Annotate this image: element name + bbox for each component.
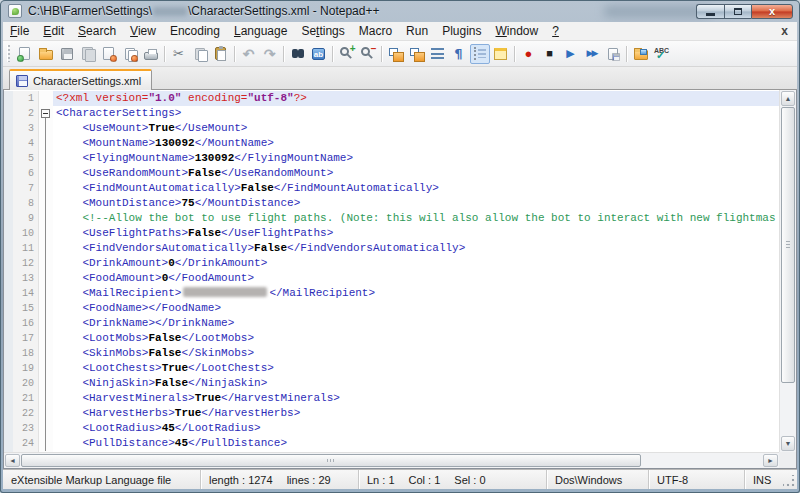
fold-margin-cell: [39, 346, 53, 361]
code-line[interactable]: <FindMountAutomatically>False</FindMount…: [53, 181, 779, 196]
menu-window-item[interactable]: Window: [488, 22, 545, 41]
code-line[interactable]: <HarvestMinerals>True</HarvestMinerals>: [53, 391, 779, 406]
code-line[interactable]: <?xml version="1.0" encoding="utf-8"?>: [53, 91, 779, 106]
saved-file-icon: [16, 75, 28, 87]
window-controls: x: [696, 4, 793, 19]
menu-search-item[interactable]: Search: [71, 22, 123, 41]
user-defined-dialog-icon[interactable]: [491, 44, 511, 64]
code-line[interactable]: <FlyingMountName>130092</FlyingMountName…: [53, 151, 779, 166]
stop-macro-icon[interactable]: ■: [540, 44, 560, 64]
toolbar-separator: [234, 46, 235, 62]
line-number: 20: [13, 376, 38, 391]
code-line[interactable]: <MountName>130092</MountName>: [53, 136, 779, 151]
app-icon[interactable]: [8, 4, 22, 18]
menu-encoding-item[interactable]: Encoding: [163, 22, 227, 41]
code-line[interactable]: <PullDistance>45</PullDistance>: [53, 436, 779, 451]
show-all-characters-icon[interactable]: ¶: [449, 44, 469, 64]
code-line[interactable]: <MailRecipient></MailRecipient>: [53, 286, 779, 301]
code-line[interactable]: <MountDistance>75</MountDistance>: [53, 196, 779, 211]
line-number: 19: [13, 361, 38, 376]
close-all-icon[interactable]: [120, 44, 140, 64]
vertical-scrollbar-thumb[interactable]: [781, 107, 795, 383]
client-area: FileEditSearchViewEncodingLanguageSettin…: [3, 22, 797, 489]
replace-icon[interactable]: ab: [309, 44, 329, 64]
playback-macro-icon[interactable]: ▶: [561, 44, 581, 64]
menu-macro-item[interactable]: Macro: [352, 22, 399, 41]
maximize-button[interactable]: [724, 4, 751, 19]
status-lines: lines : 29: [287, 474, 331, 486]
sync-horizontal-scrolling-icon[interactable]: [407, 44, 427, 64]
code-line[interactable]: <FindVendorsAutomatically>False</FindVen…: [53, 241, 779, 256]
scroll-down-arrow-icon[interactable]: ▼: [781, 436, 795, 451]
code-line[interactable]: <UseFlightPaths>False</UseFlightPaths>: [53, 226, 779, 241]
code-line[interactable]: <DrinkAmount>0</DrinkAmount>: [53, 256, 779, 271]
word-wrap-icon[interactable]: [428, 44, 448, 64]
copy-icon[interactable]: [190, 44, 210, 64]
paste-icon[interactable]: [211, 44, 231, 64]
code-line[interactable]: <LootRadius>45</LootRadius>: [53, 421, 779, 436]
line-number: 15: [13, 301, 38, 316]
mdi-close-document-button[interactable]: x: [781, 25, 788, 37]
code-line[interactable]: <HarvestHerbs>True</HarvestHerbs>: [53, 406, 779, 421]
code-line[interactable]: <SkinMobs>False</SkinMobs>: [53, 346, 779, 361]
code-line[interactable]: <UseMount>True</UseMount>: [53, 121, 779, 136]
open-file-icon[interactable]: [36, 44, 56, 64]
zoom-in-icon[interactable]: +: [337, 44, 357, 64]
find-icon[interactable]: [288, 44, 308, 64]
vertical-scrollbar[interactable]: ▲ ▼: [779, 90, 796, 452]
code-line[interactable]: <LootMobs>False</LootMobs>: [53, 331, 779, 346]
menu-edit-item[interactable]: Edit: [36, 22, 71, 41]
code-text-area[interactable]: <?xml version="1.0" encoding="utf-8"?><C…: [53, 91, 779, 452]
code-line[interactable]: <CharacterSettings>: [53, 106, 779, 121]
fold-margin[interactable]: [39, 91, 53, 452]
close-button[interactable]: x: [751, 4, 793, 19]
bookmark-margin[interactable]: [4, 91, 13, 452]
resize-grip[interactable]: [783, 475, 795, 487]
menu-settings-item[interactable]: Settings: [294, 22, 351, 41]
code-line[interactable]: <DrinkName></DrinkName>: [53, 316, 779, 331]
undo-icon[interactable]: ↶: [239, 44, 259, 64]
fold-collapse-box[interactable]: [39, 106, 53, 121]
fold-margin-cell: [39, 406, 53, 421]
minimize-button[interactable]: [696, 4, 724, 19]
save-icon[interactable]: [57, 44, 77, 64]
code-line[interactable]: <FoodName></FoodName>: [53, 301, 779, 316]
code-line[interactable]: <FoodAmount>0</FoodAmount>: [53, 271, 779, 286]
indent-guide-icon[interactable]: [470, 44, 490, 64]
menu-view-item[interactable]: View: [123, 22, 163, 41]
tab-label: CharacterSettings.xml: [33, 75, 141, 87]
tab-charactersettings-xml[interactable]: CharacterSettings.xml: [9, 69, 152, 90]
plugin-folder-icon[interactable]: [631, 44, 651, 64]
fold-margin-cell: [39, 301, 53, 316]
close-icon[interactable]: [99, 44, 119, 64]
horizontal-scrollbar-thumb[interactable]: [21, 454, 641, 467]
code-line[interactable]: <UseRandomMount>False</UseRandomMount>: [53, 166, 779, 181]
code-line[interactable]: <!--Allow the bot to use flight paths. (…: [53, 211, 779, 226]
menu-run-item[interactable]: Run: [399, 22, 435, 41]
print-icon[interactable]: [141, 44, 161, 64]
horizontal-scrollbar[interactable]: ◄ ►: [4, 452, 779, 468]
code-line[interactable]: <LootChests>True</LootChests>: [53, 361, 779, 376]
menu-plugins-item[interactable]: Plugins: [435, 22, 488, 41]
spell-check-icon[interactable]: ABC: [652, 44, 672, 64]
sync-vertical-scrolling-icon[interactable]: [386, 44, 406, 64]
redo-icon[interactable]: ↷: [260, 44, 280, 64]
toolbar-separator: [164, 46, 165, 62]
zoom-out-icon[interactable]: −: [358, 44, 378, 64]
run-macro-multiple-icon[interactable]: ▶▶: [582, 44, 602, 64]
new-file-icon[interactable]: [15, 44, 35, 64]
save-macro-icon[interactable]: [603, 44, 623, 64]
menu-file-item[interactable]: File: [3, 22, 36, 41]
toolbar-drag-grip-icon[interactable]: [7, 45, 10, 62]
save-all-icon[interactable]: [78, 44, 98, 64]
line-number: 6: [13, 166, 38, 181]
menu-help-item[interactable]: ?: [545, 22, 566, 41]
scroll-right-arrow-icon[interactable]: ►: [763, 454, 778, 467]
scroll-up-arrow-icon[interactable]: ▲: [781, 91, 795, 106]
code-line[interactable]: <NinjaSkin>False</NinjaSkin>: [53, 376, 779, 391]
toolbar-separator: [381, 46, 382, 62]
scroll-left-arrow-icon[interactable]: ◄: [5, 454, 20, 467]
record-macro-icon[interactable]: ●: [519, 44, 539, 64]
menu-language-item[interactable]: Language: [227, 22, 294, 41]
cut-icon[interactable]: ✂: [169, 44, 189, 64]
